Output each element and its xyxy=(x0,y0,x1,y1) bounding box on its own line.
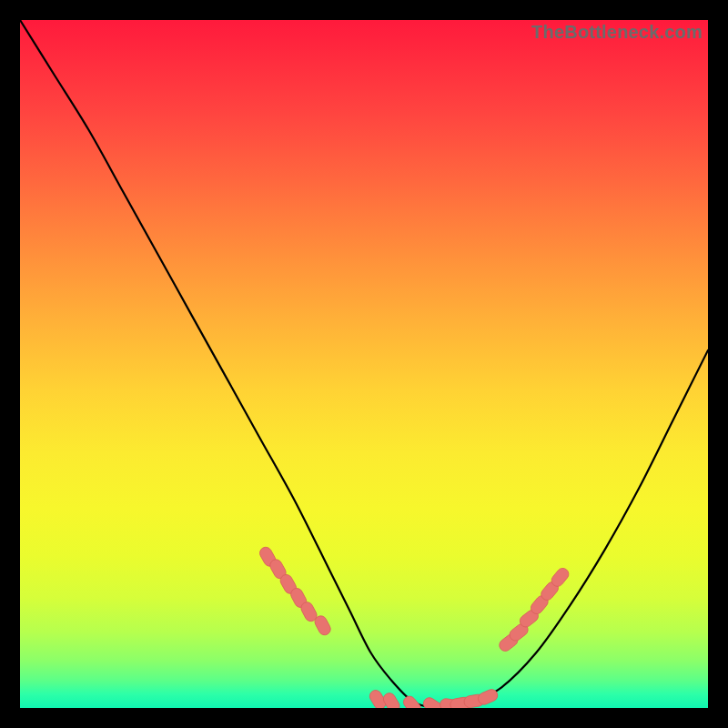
plot-area: TheBottleneck.com xyxy=(20,20,708,708)
chart-frame: TheBottleneck.com xyxy=(0,0,728,728)
bead-markers xyxy=(258,545,571,708)
bead xyxy=(401,693,423,708)
bottleneck-curve xyxy=(20,20,708,708)
chart-overlay xyxy=(20,20,708,708)
svg-rect-8 xyxy=(401,693,423,708)
